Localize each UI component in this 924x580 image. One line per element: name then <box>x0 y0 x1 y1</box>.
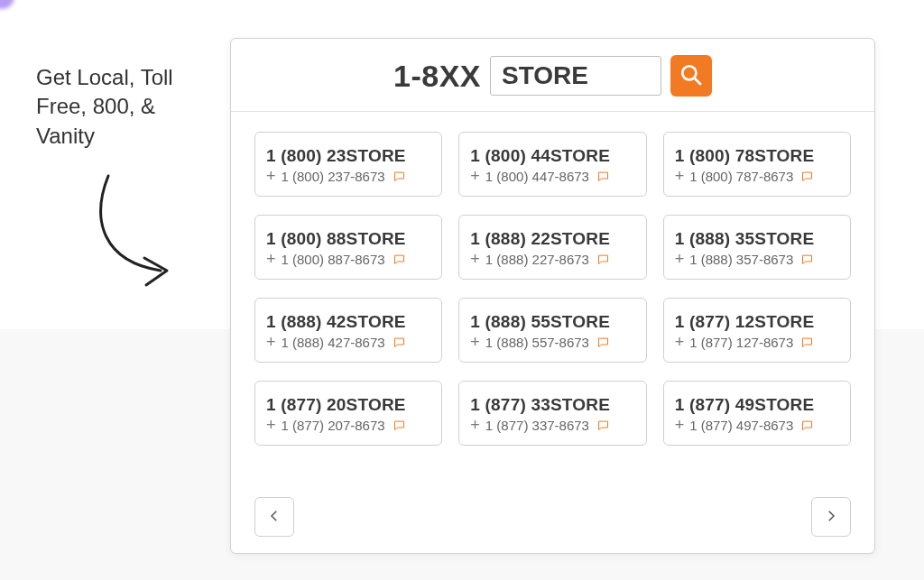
number-card[interactable]: 1 (800) 44STORE+1 (800) 447-8673 <box>458 132 646 197</box>
plus-icon: + <box>266 251 276 267</box>
vanity-number: 1 (877) 12STORE <box>675 312 839 332</box>
numeric-number: 1 (877) 127-8673 <box>689 335 793 350</box>
search-prefix: 1-8XX <box>393 59 481 94</box>
number-card[interactable]: 1 (800) 88STORE+1 (800) 887-8673 <box>254 215 442 280</box>
numeric-number: 1 (800) 447-8673 <box>485 169 589 184</box>
number-card[interactable]: 1 (888) 42STORE+1 (888) 427-8673 <box>254 298 442 363</box>
numeric-number: 1 (877) 497-8673 <box>689 418 793 433</box>
number-card[interactable]: 1 (877) 33STORE+1 (877) 337-8673 <box>458 381 646 446</box>
numeric-row: +1 (888) 427-8673 <box>266 334 430 350</box>
chevron-left-icon <box>266 508 282 527</box>
arrow-icon <box>81 171 189 298</box>
numeric-number: 1 (800) 237-8673 <box>282 169 385 184</box>
plus-icon: + <box>470 334 480 350</box>
chat-icon <box>596 253 610 266</box>
numeric-row: +1 (888) 557-8673 <box>470 334 634 350</box>
chat-icon <box>393 253 406 266</box>
number-card[interactable]: 1 (800) 23STORE+1 (800) 237-8673 <box>254 132 442 197</box>
chevron-right-icon <box>823 508 839 527</box>
chat-icon <box>393 170 406 183</box>
plus-icon: + <box>266 168 276 184</box>
next-page-button[interactable] <box>811 497 851 537</box>
numeric-row: +1 (877) 207-8673 <box>266 417 430 433</box>
vanity-number: 1 (877) 49STORE <box>675 395 839 415</box>
callout-text: Get Local, Toll Free, 800, & Vanity <box>36 63 208 151</box>
plus-icon: + <box>266 417 276 433</box>
numeric-row: +1 (800) 447-8673 <box>470 168 634 184</box>
plus-icon: + <box>675 251 685 267</box>
plus-icon: + <box>675 168 685 184</box>
numeric-row: +1 (877) 497-8673 <box>675 417 839 433</box>
vanity-number: 1 (800) 88STORE <box>266 229 430 249</box>
numeric-number: 1 (888) 357-8673 <box>689 252 793 267</box>
numeric-row: +1 (888) 357-8673 <box>675 251 839 267</box>
svg-point-0 <box>682 66 696 79</box>
plus-icon: + <box>470 168 480 184</box>
vanity-number: 1 (800) 23STORE <box>266 146 430 166</box>
search-icon <box>679 63 703 89</box>
numeric-number: 1 (888) 427-8673 <box>282 335 385 350</box>
search-input[interactable] <box>490 56 661 96</box>
numeric-number: 1 (888) 227-8673 <box>485 252 589 267</box>
pager <box>231 483 874 553</box>
chat-icon <box>393 336 406 349</box>
numeric-number: 1 (877) 207-8673 <box>282 418 385 433</box>
numeric-number: 1 (877) 337-8673 <box>485 418 589 433</box>
chat-icon <box>800 336 814 349</box>
number-card[interactable]: 1 (877) 20STORE+1 (877) 207-8673 <box>254 381 442 446</box>
vanity-number: 1 (888) 22STORE <box>470 229 634 249</box>
plus-icon: + <box>470 251 480 267</box>
number-card[interactable]: 1 (888) 55STORE+1 (888) 557-8673 <box>458 298 646 363</box>
vanity-number: 1 (888) 35STORE <box>675 229 839 249</box>
number-card[interactable]: 1 (877) 49STORE+1 (877) 497-8673 <box>663 381 851 446</box>
vanity-number: 1 (800) 78STORE <box>675 146 839 166</box>
chat-icon <box>596 170 610 183</box>
decorative-blob <box>0 0 14 9</box>
number-card[interactable]: 1 (877) 12STORE+1 (877) 127-8673 <box>663 298 851 363</box>
numeric-row: +1 (877) 337-8673 <box>470 417 634 433</box>
numeric-row: +1 (800) 237-8673 <box>266 168 430 184</box>
vanity-number: 1 (877) 20STORE <box>266 395 430 415</box>
numeric-number: 1 (888) 557-8673 <box>485 335 589 350</box>
vanity-number: 1 (800) 44STORE <box>470 146 634 166</box>
vanity-number: 1 (888) 55STORE <box>470 312 634 332</box>
chat-icon <box>596 336 610 349</box>
number-card[interactable]: 1 (888) 22STORE+1 (888) 227-8673 <box>458 215 646 280</box>
plus-icon: + <box>675 334 685 350</box>
numeric-row: +1 (877) 127-8673 <box>675 334 839 350</box>
vanity-number: 1 (888) 42STORE <box>266 312 430 332</box>
chat-icon <box>800 253 814 266</box>
search-button[interactable] <box>670 55 712 97</box>
prev-page-button[interactable] <box>254 497 294 537</box>
svg-line-1 <box>694 78 701 85</box>
numeric-row: +1 (800) 787-8673 <box>675 168 839 184</box>
number-search-panel: 1-8XX 1 (800) 23STORE+1 (800) 237-86731 … <box>230 38 875 554</box>
plus-icon: + <box>675 417 685 433</box>
numeric-row: +1 (800) 887-8673 <box>266 251 430 267</box>
search-row: 1-8XX <box>231 39 874 112</box>
number-card[interactable]: 1 (800) 78STORE+1 (800) 787-8673 <box>663 132 851 197</box>
chat-icon <box>800 419 814 432</box>
chat-icon <box>393 419 406 432</box>
chat-icon <box>800 170 814 183</box>
chat-icon <box>596 419 610 432</box>
number-card[interactable]: 1 (888) 35STORE+1 (888) 357-8673 <box>663 215 851 280</box>
numeric-row: +1 (888) 227-8673 <box>470 251 634 267</box>
results-grid: 1 (800) 23STORE+1 (800) 237-86731 (800) … <box>231 112 874 483</box>
numeric-number: 1 (800) 787-8673 <box>689 169 793 184</box>
plus-icon: + <box>470 417 480 433</box>
plus-icon: + <box>266 334 276 350</box>
vanity-number: 1 (877) 33STORE <box>470 395 634 415</box>
numeric-number: 1 (800) 887-8673 <box>282 252 385 267</box>
